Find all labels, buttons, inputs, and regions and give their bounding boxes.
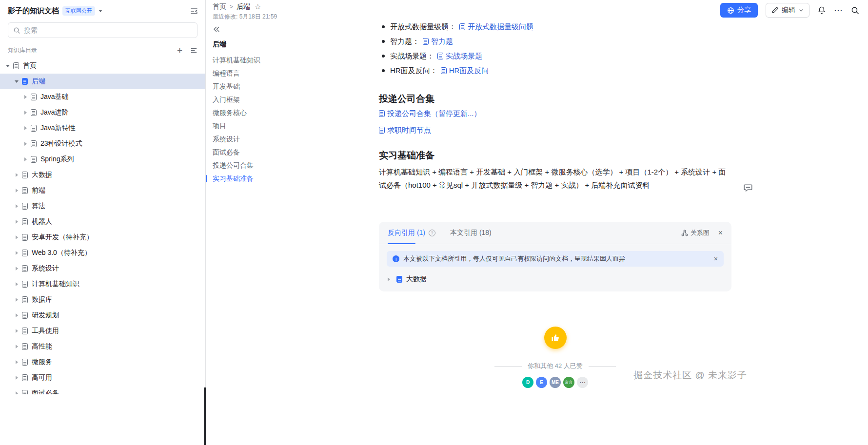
tree-item[interactable]: 微服务 [0, 354, 205, 370]
chevron-right-icon[interactable] [21, 157, 29, 161]
tree-item[interactable]: 23种设计模式 [0, 136, 205, 152]
breadcrumb-home[interactable]: 首页 [213, 2, 226, 11]
liker-avatar[interactable]: 富音 [563, 377, 574, 388]
tree-item[interactable]: 算法 [0, 198, 205, 214]
more-icon[interactable]: ⋯ [834, 8, 843, 13]
chevron-right-icon[interactable] [13, 391, 20, 394]
tree-item[interactable]: 数据库 [0, 292, 205, 308]
share-button[interactable]: 分享 [720, 3, 758, 18]
outline-item[interactable]: 编程语言 [213, 67, 303, 80]
chevron-right-icon[interactable] [21, 111, 29, 115]
directory-label: 知识库目录 [8, 46, 37, 55]
tree-item[interactable]: Java进阶 [0, 105, 205, 120]
outline-item[interactable]: 入门框架 [213, 93, 303, 106]
outline-item[interactable]: 系统设计 [213, 133, 303, 146]
outline-item[interactable]: 项目 [213, 119, 303, 133]
doc-link[interactable]: 求职时间节点 [379, 123, 431, 137]
doc-link[interactable]: 开放式数据量级问题 [459, 19, 533, 34]
tree-item-label: 数据库 [32, 295, 52, 304]
tree-item[interactable]: Web 3.0（待补充） [0, 245, 205, 261]
outline-item[interactable]: 面试必备 [213, 146, 303, 159]
outline-item[interactable]: 开发基础 [213, 80, 303, 93]
chevron-down-icon[interactable] [13, 80, 20, 83]
chevron-right-icon[interactable] [13, 251, 20, 255]
backlink-doc-row[interactable]: 大数据 [388, 275, 723, 284]
liker-avatar[interactable]: D [522, 377, 533, 388]
doc-link[interactable]: 智力题 [423, 34, 453, 49]
breadcrumb: 首页 > 后端 ☆ [213, 2, 277, 11]
tree-item[interactable]: 机器人 [0, 214, 205, 230]
sidebar-scrollbar[interactable] [204, 387, 206, 445]
chevron-right-icon[interactable] [13, 329, 20, 333]
outline-item[interactable]: 计算机基础知识 [213, 54, 303, 67]
chevron-right-icon[interactable] [13, 267, 20, 271]
workspace-title[interactable]: 影子的知识文档 [8, 6, 59, 16]
outline-item[interactable]: 投递公司合集 [213, 159, 303, 172]
chevron-right-icon[interactable] [13, 298, 20, 302]
edit-button[interactable]: 编辑 [766, 3, 809, 18]
like-button[interactable] [544, 327, 567, 349]
tree-item[interactable]: 大数据 [0, 167, 205, 183]
doc-link[interactable]: HR面及反问 [441, 63, 489, 78]
comment-bubble-icon[interactable] [743, 183, 753, 193]
list-settings-icon[interactable] [190, 47, 197, 54]
outline-collapse-icon[interactable] [213, 25, 220, 33]
tab-citations[interactable]: 本文引用 (18) [450, 229, 492, 237]
liker-avatar[interactable]: E [536, 377, 547, 388]
help-icon[interactable]: ? [429, 230, 435, 236]
chevron-right-icon[interactable] [21, 95, 29, 99]
tree-item[interactable]: Java新特性 [0, 120, 205, 136]
doc-link[interactable]: 投递公司合集（暂停更新...） [379, 106, 481, 121]
chevron-right-icon[interactable] [13, 313, 20, 317]
more-likers-icon[interactable]: ⋯ [577, 377, 588, 388]
workspace-dropdown-icon[interactable] [99, 10, 102, 12]
tree-item[interactable]: 高性能 [0, 339, 205, 354]
liker-avatar[interactable]: ME [550, 377, 561, 388]
tree-item[interactable]: 工具使用 [0, 323, 205, 339]
tree-item[interactable]: 安卓开发（待补充） [0, 230, 205, 245]
outline-doc-title[interactable]: 后端 [213, 40, 303, 49]
chevron-right-icon[interactable] [13, 220, 20, 224]
chevron-down-icon[interactable] [4, 65, 12, 67]
tree-item[interactable]: 研发规划 [0, 308, 205, 323]
chevron-right-icon[interactable] [388, 277, 395, 281]
tree-item[interactable]: Spring系列 [0, 152, 205, 167]
outline-item[interactable]: 实习基础准备 [213, 172, 303, 185]
chevron-right-icon[interactable] [13, 282, 20, 286]
references-notice-banner: i 本文被以下文档所引用，每人仅可见自己有权限访问的文档，呈现结果因人而异 × [387, 251, 724, 267]
chevron-right-icon[interactable] [13, 235, 20, 239]
notifications-bell-icon[interactable] [817, 6, 826, 15]
add-doc-icon[interactable]: + [177, 47, 182, 54]
tree-item[interactable]: Java基础 [0, 89, 205, 105]
tree-item-label: 前端 [32, 186, 45, 195]
tree-item[interactable]: 高可用 [0, 370, 205, 386]
chevron-right-icon[interactable] [21, 126, 29, 130]
chevron-right-icon[interactable] [13, 376, 20, 380]
outline-item[interactable]: 微服务核心 [213, 106, 303, 119]
chevron-right-icon[interactable] [21, 142, 29, 146]
sidebar-search[interactable] [8, 22, 197, 38]
close-notice-icon[interactable]: × [714, 255, 718, 262]
tree-item[interactable]: 系统设计 [0, 261, 205, 276]
sidebar-collapse-icon[interactable] [190, 7, 198, 16]
chevron-right-icon[interactable] [13, 360, 20, 364]
chevron-right-icon[interactable] [13, 204, 20, 208]
tree-item[interactable]: 前端 [0, 183, 205, 198]
close-references-icon[interactable]: × [718, 229, 723, 237]
doc-icon [31, 94, 37, 100]
doc-search-icon[interactable] [851, 6, 859, 15]
tab-backlinks[interactable]: 反向引用 (1) [388, 229, 425, 237]
relation-graph-button[interactable]: 关系图 [681, 229, 710, 237]
tree-item[interactable]: 面试必备 [0, 386, 205, 394]
tree-item[interactable]: 首页 [0, 58, 205, 74]
favorite-star-icon[interactable]: ☆ [255, 2, 261, 11]
chevron-right-icon[interactable] [13, 173, 20, 177]
tree-item[interactable]: 计算机基础知识 [0, 276, 205, 292]
chevron-right-icon[interactable] [13, 189, 20, 193]
doc-icon [22, 187, 28, 194]
tree-item[interactable]: 后端 [0, 74, 205, 89]
tree-item-label: Java新特性 [40, 124, 76, 133]
doc-link[interactable]: 实战场景题 [437, 49, 482, 63]
chevron-right-icon[interactable] [13, 345, 20, 348]
search-input[interactable] [24, 26, 192, 34]
